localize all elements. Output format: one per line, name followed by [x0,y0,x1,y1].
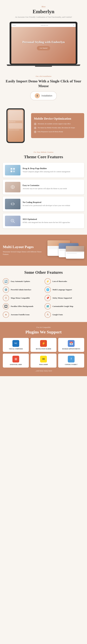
core-features-label: For Easy Website Creation [3,151,84,153]
svg-line-10 [13,204,14,205]
google-map-icon: 🗺️ [45,303,51,310]
cf7-name: CONTACT FORM 7 [65,364,78,366]
essential-grid-icon: ⊞ [12,356,19,362]
one-click-label: One click installation [3,75,84,78]
svg-rect-1 [13,168,15,170]
multi-layout-title: Multi Layout Pages [3,245,45,249]
plugin-card-essential-grid: ⊞ ESSENTIAL GRID [3,354,29,368]
feature-nocoding-img [5,199,20,209]
feature-card-seo: SEO Optimized HTML code integrated into … [3,214,84,228]
feature-customize-desc: Awesome easy-to-use options will adjust … [22,187,67,190]
plugin-card-booked: 📅 BOOKED APPOINTMENTS [58,338,84,352]
svg-rect-3 [13,170,15,172]
install-btn-label: Installation [42,94,52,97]
feature-item-parallax: 🔲 Parallax Effect Backgrounds [3,303,42,310]
plugin-card-mailchimp: ✉ MAILCHIMP [30,354,56,368]
laptop-screen-title: Personal Styling with Emberlyn [22,40,65,44]
parallax-label: Parallax Effect Backgrounds [11,305,33,308]
hero-meet-label: Meet [3,6,84,8]
svg-line-11 [12,203,13,205]
feature-drag-desc: Visual Composer plugin offers amazing to… [22,170,70,173]
feature-card-customize: Easy to Customize Awesome easy-to-use op… [3,180,84,194]
fontello-label: Awesome Fontello Icons [11,314,30,316]
laptop-cta-btn[interactable]: Get Started [37,46,50,50]
feature-item-sticky-menu: 📌 Sticky Menus Supported [45,295,84,301]
feature-card-nocoding: No Coding Required No need to be a profe… [3,196,84,212]
feature-customize-title: Easy to Customize [22,184,67,186]
essential-grid-name: ESSENTIAL GRID [10,364,22,366]
core-features-section: For Easy Website Creation Theme Core Fea… [0,147,87,235]
cf7-icon: 7 [68,356,74,362]
mobile-features-panel: Mobile Device Optimization 1 Absolutely … [31,113,84,138]
admin-icon: ⚙️ [3,286,9,293]
revolution-name: REVOLUTION SLIDER [36,348,51,350]
one-click-section: One click installation Easily Import Dem… [0,71,87,104]
feature-item-google-map: 🗺️ Customizable Google Map [45,303,84,310]
install-button[interactable]: ⬇ Installation [30,91,57,100]
svg-line-8 [11,204,12,205]
auto-updates-label: Easy Automatic Updates [11,280,30,282]
mobile-optimization-section: What Others Say Find Your Style with Emb… [0,104,87,147]
mega-menu-icon: ☰ [3,295,9,301]
feature-item-mega-menu: ☰ Mega Menu Compatible [3,295,42,301]
feature-customize-img [5,182,20,192]
mobile-feature-2-text: The theme has Mobile Friendly slider, Re… [38,127,75,129]
phone-mockup: What Others Say Find Your Style with Emb… [3,108,28,143]
feature-card-drag-drop: Drag & Drop Page Builder Visual Composer… [3,163,84,178]
auto-updates-icon: 🔄 [3,278,9,284]
plugins-more: ...and many many more [3,370,84,372]
multilang-icon: 🌐 [45,286,51,293]
laptop-screen: Personal Styling with Emberlyn Get Start… [11,27,76,64]
laptop-stand [35,66,52,67]
feature-seo-desc: HTML code integrated into the theme meet… [22,221,70,224]
mailchimp-icon: ✉ [40,356,47,362]
mobile-feature-1-text: Absolutely all available sections suppor… [38,123,70,125]
mobile-feature-3: 3 Fully Responsive layout & Retina Ready [34,130,81,133]
other-features-section: Some Other Features 🔄 Easy Automatic Upd… [0,266,87,322]
feature-nocoding-title: No Coding Required [22,201,70,204]
hero-section: Meet Emberlyn An Awesome User Friendly C… [0,0,87,71]
feature-item-fontello: ★ Awesome Fontello Icons [3,312,42,318]
other-features-title: Some Other Features [3,270,84,275]
multi-layout-section: Multi Layout Pages Wooesome Several Uniq… [0,235,87,266]
feature-nocoding-desc: No need to be a professional web develop… [22,204,70,207]
mobile-feature-1: 1 Absolutely all available sections supp… [34,123,81,125]
svg-line-9 [13,203,14,204]
plugin-card-revolution: ⚡ REVOLUTION SLIDER [30,338,56,352]
sticky-menu-label: Sticky Menus Supported [52,297,72,299]
feature-item-auto-updates: 🔄 Easy Automatic Updates [3,278,42,284]
google-fonts-label: Google Fonts [52,314,63,316]
revolution-icon: ⚡ [40,340,47,347]
mailchimp-name: MAILCHIMP [39,364,48,366]
plugin-card-vc: VC VISUAL COMPOSER [3,338,29,352]
plugins-title: Plugins We Support [3,330,84,334]
vc-icon: VC [12,340,19,347]
booked-name: BOOKED APPOINTMENTS [62,348,80,350]
feature-item-admin: ⚙️ Powerful Admin Interface [3,286,42,293]
multi-layout-desc: Wooesome Several Unique Demos with Diffe… [3,250,45,256]
multi-layout-mockup [48,239,84,262]
features-grid: 🔄 Easy Automatic Updates ⚡ Lots of Short… [3,278,84,318]
mega-menu-label: Mega Menu Compatible [11,297,30,299]
multilang-label: Multi Language Support [52,288,72,291]
feature-item-shortcodes: ⚡ Lots of Shortcodes [45,278,84,284]
sticky-menu-icon: 📌 [45,295,51,301]
mobile-section-title: Mobile Device Optimization [34,117,81,121]
vc-name: VISUAL COMPOSER [9,348,23,350]
feature-drag-img [5,165,20,176]
google-fonts-icon: A [45,312,51,318]
parallax-icon: 🔲 [3,303,9,310]
svg-line-13 [14,222,14,223]
feature-item-multilang: 🌐 Multi Language Support [45,286,84,293]
plugins-grid: VC VISUAL COMPOSER ⚡ REVOLUTION SLIDER 📅… [3,338,84,368]
one-click-title: Easily Import Demo With a Single Click o… [3,79,84,88]
svg-rect-0 [10,168,12,170]
install-icon: ⬇ [35,93,40,98]
plugins-label: Free & Compatible [3,326,84,328]
plugins-section: Free & Compatible Plugins We Support VC … [0,322,87,376]
mobile-feature-2: 2 The theme has Mobile Friendly slider, … [34,127,81,129]
hero-title: Emberlyn [3,8,84,14]
plugin-card-cf7: 7 CONTACT FORM 7 [58,354,84,368]
feature-drag-title: Drag & Drop Page Builder [22,167,70,170]
svg-line-7 [11,203,12,204]
